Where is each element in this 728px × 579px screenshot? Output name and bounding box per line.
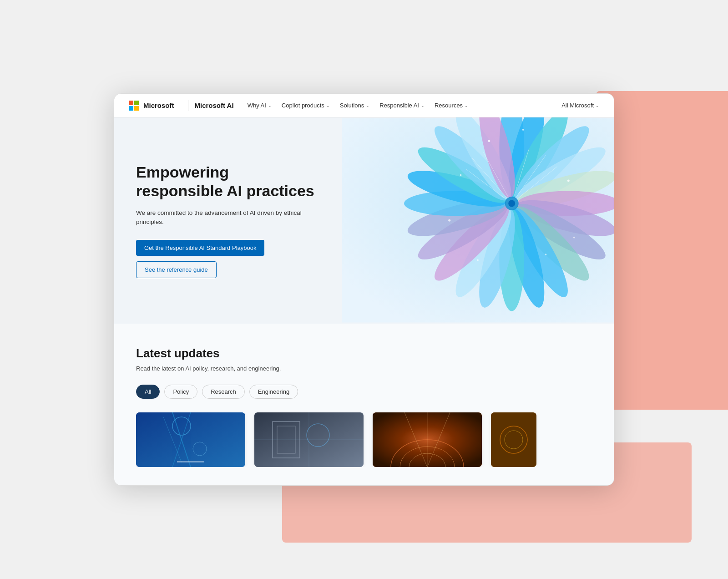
- updates-title: Latest updates: [136, 346, 592, 361]
- updates-subtitle: Read the latest on AI policy, research, …: [136, 365, 592, 372]
- card-image-3: [373, 412, 482, 467]
- filter-all[interactable]: All: [136, 385, 160, 399]
- microsoft-logo: [129, 101, 139, 111]
- nav-why-ai[interactable]: Why AI ⌄: [243, 99, 276, 112]
- cards-row: [136, 412, 592, 467]
- logo-green: [134, 101, 139, 105]
- svg-point-34: [567, 180, 570, 182]
- chevron-down-icon: ⌄: [465, 103, 468, 108]
- svg-rect-41: [136, 412, 245, 467]
- nav-resources[interactable]: Resources ⌄: [430, 99, 473, 112]
- svg-point-31: [488, 140, 490, 142]
- logo-blue: [129, 106, 133, 111]
- hero-title: Empowering responsible AI practices: [136, 163, 320, 200]
- svg-point-35: [545, 254, 547, 255]
- svg-point-33: [460, 174, 462, 176]
- chevron-down-icon: ⌄: [421, 103, 425, 108]
- nav-solutions[interactable]: Solutions ⌄: [335, 99, 374, 112]
- card-image-1: [136, 412, 245, 467]
- nav-items: Why AI ⌄ Copilot products ⌄ Solutions ⌄ …: [243, 99, 562, 112]
- nav-copilot[interactable]: Copilot products ⌄: [277, 99, 334, 112]
- filter-engineering[interactable]: Engineering: [249, 385, 298, 399]
- svg-point-37: [573, 237, 575, 239]
- card-image-4: [491, 412, 536, 467]
- see-reference-guide-button[interactable]: See the reference guide: [136, 261, 217, 278]
- nav-responsible-ai[interactable]: Responsible AI ⌄: [375, 99, 429, 112]
- updates-section: Latest updates Read the latest on AI pol…: [114, 324, 614, 485]
- chevron-down-icon: ⌄: [366, 103, 369, 108]
- card-4[interactable]: [491, 412, 536, 467]
- hero-subtitle: We are committed to the advancement of A…: [136, 208, 320, 227]
- card-3[interactable]: [373, 412, 482, 467]
- chevron-down-icon: ⌄: [268, 103, 272, 108]
- svg-point-38: [448, 219, 450, 222]
- filter-policy[interactable]: Policy: [164, 385, 197, 399]
- brand-ai-label: Microsoft AI: [195, 102, 234, 109]
- svg-rect-60: [491, 412, 536, 467]
- all-microsoft-menu[interactable]: All Microsoft ⌄: [561, 102, 599, 109]
- logo-yellow: [134, 106, 139, 111]
- svg-point-32: [522, 129, 524, 131]
- svg-point-36: [477, 259, 479, 261]
- chevron-down-icon: ⌄: [326, 103, 330, 108]
- get-playbook-button[interactable]: Get the Responsible AI Standard Playbook: [136, 240, 264, 256]
- filter-tabs: All Policy Research Engineering: [136, 385, 592, 399]
- card-image-2: [254, 412, 364, 467]
- nav-divider: [188, 100, 188, 111]
- hero-section: Empowering responsible AI practices We a…: [114, 117, 614, 324]
- card-2[interactable]: [254, 412, 364, 467]
- filter-research[interactable]: Research: [202, 385, 245, 399]
- bg-decoration-right: [596, 91, 728, 410]
- hero-content: Empowering responsible AI practices We a…: [114, 117, 342, 324]
- navbar: Microsoft Microsoft AI Why AI ⌄ Copilot …: [114, 94, 614, 117]
- card-1[interactable]: [136, 412, 245, 467]
- hero-buttons: Get the Responsible AI Standard Playbook…: [136, 240, 320, 278]
- chevron-down-icon: ⌄: [596, 103, 599, 108]
- logo-group[interactable]: Microsoft: [129, 101, 174, 111]
- device-frame: Microsoft Microsoft AI Why AI ⌄ Copilot …: [114, 93, 614, 486]
- logo-red: [129, 101, 133, 105]
- hero-image: [342, 117, 614, 324]
- svg-point-40: [508, 200, 515, 207]
- hero-flower-illustration: [342, 117, 614, 324]
- microsoft-wordmark: Microsoft: [143, 102, 174, 109]
